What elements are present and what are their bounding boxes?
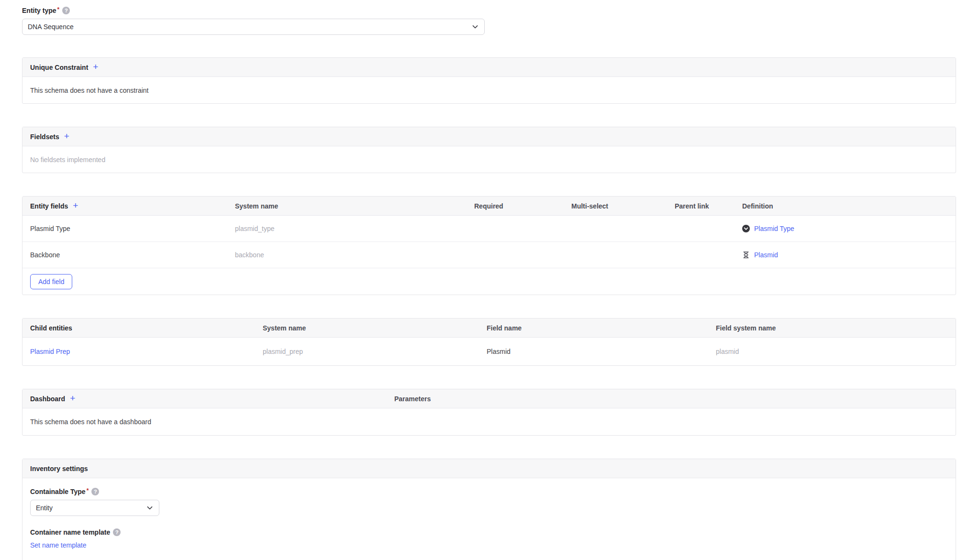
dashboard-title-cell: Dashboard + (30, 394, 394, 403)
add-fieldset-icon[interactable]: + (64, 132, 69, 141)
chevron-down-icon (471, 23, 479, 31)
chevron-down-icon (146, 504, 154, 512)
inventory-settings-body: Containable Type* ? Entity Container nam… (22, 478, 956, 560)
column-header-definition: Definition (742, 202, 948, 210)
containable-type-label-row: Containable Type* ? (30, 488, 948, 495)
inventory-settings-section: Inventory settings Containable Type* ? E… (22, 459, 956, 560)
entity-fields-title-cell: Entity fields + (30, 201, 235, 210)
table-row: Plasmid Type plasmid_type Plasmid Type (22, 216, 956, 242)
help-icon[interactable]: ? (91, 488, 99, 495)
unique-constraint-empty-text: This schema does not have a constraint (30, 87, 148, 94)
add-field-button[interactable]: Add field (30, 274, 72, 289)
field-name: Backbone (30, 251, 235, 259)
child-entity-field-name: Plasmid (487, 348, 716, 355)
field-system-name: backbone (235, 251, 474, 259)
inventory-settings-header: Inventory settings (22, 459, 956, 478)
inventory-settings-title: Inventory settings (30, 465, 88, 472)
column-header-required: Required (474, 202, 571, 210)
table-row: Plasmid Prep plasmid_prep Plasmid plasmi… (22, 338, 956, 365)
entity-type-label-row: Entity type* ? (22, 7, 956, 14)
fieldsets-section: Fieldsets + No fieldsets implemented (22, 127, 956, 173)
field-definition-cell: Plasmid Type (742, 225, 948, 232)
help-icon[interactable]: ? (62, 7, 70, 14)
column-header-system-name: System name (263, 324, 487, 332)
unique-constraint-title: Unique Constraint (30, 64, 88, 71)
column-header-parent-link: Parent link (675, 202, 742, 210)
child-entity-cell: Plasmid Prep (30, 348, 263, 355)
dashboard-header: Dashboard + Parameters (22, 389, 956, 408)
containable-type-value: Entity (36, 504, 53, 512)
containable-type-select[interactable]: Entity (30, 500, 159, 516)
child-entity-link[interactable]: Plasmid Prep (30, 348, 70, 355)
container-name-template-label-row: Container name template ? (30, 528, 948, 536)
column-header-multi-select: Multi-select (571, 202, 675, 210)
help-icon[interactable]: ? (113, 528, 121, 536)
add-entity-field-icon[interactable]: + (73, 201, 78, 210)
entity-type-block: Entity type* ? DNA Sequence (22, 7, 956, 35)
set-name-template-link[interactable]: Set name template (30, 541, 87, 549)
child-entity-system-name: plasmid_prep (263, 348, 487, 355)
schema-settings-page: Entity type* ? DNA Sequence Unique Const… (22, 0, 956, 560)
required-asterisk: * (87, 487, 89, 494)
entity-type-label: Entity type (22, 7, 56, 14)
fieldsets-title: Fieldsets (30, 133, 59, 141)
table-row: Backbone backbone Plasmid (22, 242, 956, 268)
fieldsets-header: Fieldsets + (22, 127, 956, 146)
entity-type-value: DNA Sequence (28, 23, 74, 31)
dashboard-section: Dashboard + Parameters This schema does … (22, 389, 956, 436)
child-entities-section: Child entities System name Field name Fi… (22, 318, 956, 366)
definition-link[interactable]: Plasmid Type (754, 225, 794, 232)
containable-type-label: Containable Type (30, 488, 86, 495)
unique-constraint-header: Unique Constraint + (22, 58, 956, 77)
entity-type-select[interactable]: DNA Sequence (22, 19, 485, 35)
required-asterisk: * (57, 6, 60, 13)
column-header-system-name: System name (235, 202, 474, 210)
entity-fields-header: Entity fields + System name Required Mul… (22, 197, 956, 216)
fieldsets-empty-row: No fieldsets implemented (22, 146, 956, 173)
add-dashboard-icon[interactable]: + (70, 394, 75, 403)
entity-fields-section: Entity fields + System name Required Mul… (22, 196, 956, 295)
child-entities-header: Child entities System name Field name Fi… (22, 318, 956, 338)
unique-constraint-section: Unique Constraint + This schema does not… (22, 57, 956, 104)
dashboard-empty-row: This schema does not have a dashboard (22, 408, 956, 435)
dashboard-title: Dashboard (30, 395, 65, 403)
unique-constraint-empty-row: This schema does not have a constraint (22, 77, 956, 103)
add-constraint-icon[interactable]: + (93, 62, 98, 71)
entity-fields-title: Entity fields (30, 202, 68, 210)
dna-icon (742, 251, 750, 259)
add-field-row: Add field (22, 268, 956, 295)
container-name-template-label: Container name template (30, 528, 110, 536)
column-header-field-name: Field name (487, 324, 716, 332)
definition-link[interactable]: Plasmid (754, 251, 778, 259)
dashboard-empty-text: This schema does not have a dashboard (30, 418, 151, 426)
field-system-name: plasmid_type (235, 225, 474, 232)
fieldsets-empty-text: No fieldsets implemented (30, 156, 105, 164)
child-entities-title: Child entities (30, 324, 263, 332)
field-name: Plasmid Type (30, 225, 235, 232)
child-entity-field-system-name: plasmid (716, 348, 948, 355)
dropdown-circle-icon (742, 225, 750, 232)
column-header-field-system-name: Field system name (716, 324, 948, 332)
field-definition-cell: Plasmid (742, 251, 948, 259)
column-header-parameters: Parameters (394, 395, 948, 403)
